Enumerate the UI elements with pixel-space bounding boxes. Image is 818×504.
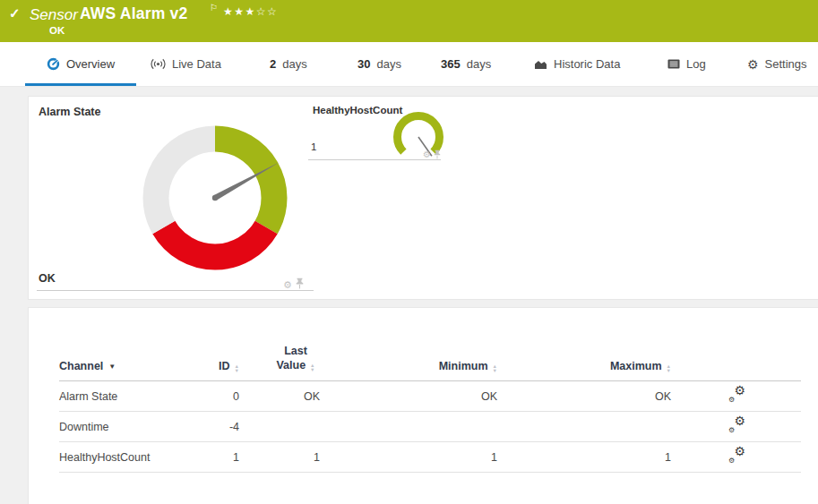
sensor-title: AWS Alarm v2 <box>80 4 187 23</box>
secondary-gauge-actions: ⚙ <box>423 147 441 163</box>
cell-channel-name: HealthyHostCount <box>59 442 207 473</box>
secondary-gauge-divider <box>308 159 441 160</box>
column-header-edit <box>673 344 801 381</box>
cell-last-value: OK <box>241 381 322 412</box>
gauge-icon <box>47 57 60 71</box>
channel-settings-gears-icon[interactable]: ⚙⚙ <box>728 448 746 464</box>
cell-id: 1 <box>207 442 241 473</box>
gauge-segment-nodata <box>156 139 215 227</box>
column-header-id[interactable]: ID▲▼ <box>207 344 241 381</box>
table-row: HealthyHostCount 1 1 1 1 ⚙⚙ <box>59 442 801 473</box>
tab-overview[interactable]: Overview <box>25 42 136 86</box>
tab-365-days-label: days <box>467 57 491 71</box>
cell-channel-name: Downtime <box>59 412 207 442</box>
tab-settings-label: Settings <box>765 57 807 71</box>
primary-gauge-actions: ⚙ <box>283 277 304 293</box>
settings-gear-icon: ⚙ <box>747 58 759 71</box>
cell-maximum: 1 <box>499 442 673 473</box>
cell-last-value <box>241 412 322 442</box>
table-row: Downtime -4 ⚙⚙ <box>59 412 801 442</box>
channels-table-panel: Channel▼ ID▲▼ Last Value▲▼ Minimum▲▼ Max… <box>28 307 818 504</box>
alarm-state-gauge <box>142 125 288 274</box>
live-data-icon <box>151 58 166 70</box>
tab-log[interactable]: Log <box>667 42 706 86</box>
channel-settings-gears-icon[interactable]: ⚙⚙ <box>728 388 746 403</box>
cell-minimum <box>322 412 499 442</box>
cell-maximum: OK <box>499 381 673 412</box>
tab-settings[interactable]: ⚙ Settings <box>747 42 807 86</box>
gauge-segment-alarm <box>164 227 266 257</box>
tab-30-days-label: days <box>376 57 400 71</box>
sensor-header-bar: ✓ Sensor AWS Alarm v2 ⚐ ★★★☆☆ OK <box>0 0 818 42</box>
column-header-minimum[interactable]: Minimum▲▼ <box>322 344 499 381</box>
primary-gauge-value: OK <box>39 272 56 285</box>
historic-data-icon <box>534 59 547 70</box>
tab-30-days[interactable]: 30 days <box>357 42 401 86</box>
sort-icon: ▲▼ <box>493 364 497 372</box>
cell-maximum <box>499 412 673 442</box>
channel-settings-gears-icon[interactable]: ⚙⚙ <box>728 418 746 433</box>
tab-30-days-number: 30 <box>357 57 370 71</box>
sort-icon: ▲▼ <box>667 364 671 372</box>
secondary-gauge-value: 1 <box>311 141 316 152</box>
channel-gear-icon[interactable]: ⚙ <box>423 150 431 159</box>
pin-icon[interactable] <box>296 277 304 293</box>
column-header-channel[interactable]: Channel▼ <box>59 344 207 381</box>
tab-live-data-label: Live Data <box>172 57 221 71</box>
sort-caret-down-icon: ▼ <box>108 363 116 371</box>
tab-historic-data-label: Historic Data <box>554 57 620 71</box>
cell-minimum: OK <box>322 381 499 412</box>
tab-2-days-number: 2 <box>270 57 276 71</box>
tab-log-label: Log <box>686 57 706 71</box>
stars-filled[interactable]: ★★★ <box>223 5 256 18</box>
sensor-status-text: OK <box>49 25 65 36</box>
cell-minimum: 1 <box>322 442 499 473</box>
tab-2-days[interactable]: 2 days <box>270 42 307 86</box>
primary-gauge-title: Alarm State <box>39 106 100 118</box>
column-header-maximum[interactable]: Maximum▲▼ <box>499 344 673 381</box>
channel-gear-icon[interactable]: ⚙ <box>283 280 292 290</box>
status-ok-check-icon: ✓ <box>9 5 21 21</box>
cell-last-value: 1 <box>241 442 322 473</box>
object-kind-label: Sensor <box>30 6 78 24</box>
tab-historic-data[interactable]: Historic Data <box>534 42 620 86</box>
table-row: Alarm State 0 OK OK OK ⚙⚙ <box>59 381 801 412</box>
primary-gauge-divider <box>37 290 314 291</box>
table-header-row: Channel▼ ID▲▼ Last Value▲▼ Minimum▲▼ Max… <box>59 344 801 381</box>
stars-empty[interactable]: ☆☆ <box>256 5 279 18</box>
tab-2-days-label: days <box>282 57 306 71</box>
tab-bar: Overview Live Data 2 days 30 days 365 da… <box>0 42 818 87</box>
priority-stars[interactable]: ★★★☆☆ <box>223 5 278 18</box>
tab-overview-label: Overview <box>66 57 115 71</box>
cell-id: 0 <box>207 381 241 412</box>
overview-gauges-panel: Alarm State OK ⚙ HealthyHostCount 1 ⚙ <box>28 96 818 300</box>
sort-icon: ▲▼ <box>310 363 314 372</box>
sort-icon: ▲▼ <box>235 364 239 372</box>
pin-icon[interactable] <box>434 147 441 163</box>
tab-365-days[interactable]: 365 days <box>441 42 491 86</box>
column-header-last-value[interactable]: Last Value▲▼ <box>241 344 322 381</box>
cell-id: -4 <box>207 412 241 442</box>
cell-channel-name: Alarm State <box>59 381 207 412</box>
log-icon <box>667 59 680 69</box>
channels-table: Channel▼ ID▲▼ Last Value▲▼ Minimum▲▼ Max… <box>59 344 801 473</box>
tab-365-days-number: 365 <box>441 57 461 71</box>
tab-live-data[interactable]: Live Data <box>151 42 221 86</box>
priority-flag-icon: ⚐ <box>210 3 218 13</box>
